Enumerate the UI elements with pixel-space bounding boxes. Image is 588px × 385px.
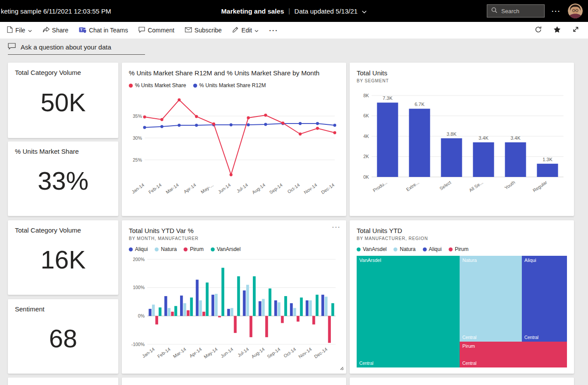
toolbar-more-button[interactable]: ···: [269, 27, 278, 34]
tile-market-share-by-month[interactable]: % Units Market Share R12M and % Units Ma…: [122, 63, 346, 216]
data-updated-label: Data updated 5/13/21: [294, 7, 358, 15]
svg-text:3.8K: 3.8K: [446, 131, 457, 137]
chevron-down-icon[interactable]: [362, 7, 367, 15]
card-title: % Units Market Share: [15, 148, 111, 155]
legend-item: VanArsdel: [211, 246, 241, 252]
card-total-category-volume-2[interactable]: Total Category Volume 16K: [8, 220, 118, 295]
treemap-region-label: Central: [462, 335, 476, 340]
dashboard-title: keting sample 6/11/2021 12:03:55 PM: [1, 7, 111, 15]
svg-text:Aug-14: Aug-14: [251, 182, 266, 195]
svg-text:Select: Select: [439, 180, 452, 191]
subscribe-button[interactable]: Subscribe: [185, 27, 222, 34]
svg-text:4K: 4K: [363, 134, 369, 139]
card-value: 68: [15, 313, 111, 367]
search-icon: [491, 7, 497, 15]
svg-text:Jun-14: Jun-14: [220, 346, 234, 359]
comment-button[interactable]: Comment: [138, 27, 174, 34]
tile-subtitle: BY MONTH, MANUFACTURER: [129, 236, 339, 241]
card-sentiment[interactable]: Sentiment 68: [8, 299, 118, 374]
legend-item: Natura: [393, 246, 415, 252]
card-title: Total Category Volume: [15, 69, 111, 76]
legend: % Units Market Share% Units Market Share…: [129, 82, 339, 88]
svg-text:Regular: Regular: [532, 180, 548, 193]
treemap-node-label: Pirum: [462, 343, 475, 349]
card-value: 33%: [15, 155, 111, 210]
line-chart[interactable]: 25%30%35%Jan-14Feb-14Mar-14Apr-14May-...…: [129, 92, 339, 204]
card-title: Sentiment: [15, 305, 111, 313]
share-icon: [43, 27, 50, 34]
chat-in-teams-button[interactable]: Chat in Teams: [79, 26, 128, 35]
card-total-category-volume[interactable]: Total Category Volume 50K: [8, 63, 118, 138]
treemap-node-label: VanArsdel: [359, 258, 381, 263]
svg-text:Jan-14: Jan-14: [131, 182, 145, 194]
qna-input[interactable]: [20, 43, 145, 51]
edit-label: Edit: [241, 27, 252, 34]
file-icon: [7, 26, 13, 34]
svg-text:May-14: May-14: [203, 346, 219, 360]
svg-text:-100%: -100%: [131, 342, 145, 347]
treemap-chart[interactable]: VanArsdelCentralNaturaCentralAliquiCentr…: [357, 256, 567, 367]
treemap-node-pirum[interactable]: PirumCentral: [460, 342, 567, 367]
chat-in-teams-label: Chat in Teams: [89, 27, 128, 34]
tile-title: % Units Market Share R12M and % Units Ma…: [129, 69, 339, 77]
chevron-down-icon: [28, 27, 32, 34]
treemap-node-label: Aliqui: [524, 258, 536, 263]
subscribe-label: Subscribe: [195, 27, 222, 34]
card-units-market-share[interactable]: % Units Market Share 33%: [8, 141, 118, 216]
treemap-region-label: Central: [359, 361, 373, 366]
treemap-node-aliqui[interactable]: AliquiCentral: [522, 256, 567, 342]
edit-button[interactable]: Edit: [232, 26, 259, 34]
comment-label: Comment: [148, 27, 174, 34]
workspace-switcher[interactable]: Marketing and sales | Data updated 5/13/…: [221, 7, 367, 15]
refresh-icon[interactable]: [535, 26, 542, 35]
legend-dot: [193, 84, 197, 88]
grouped-bar-chart[interactable]: -100%0%100%200%Jan-14Feb-14Mar-14Apr-14M…: [129, 256, 339, 364]
comment-icon: [138, 27, 145, 34]
pencil-icon: [232, 26, 239, 34]
tile-partial[interactable]: [8, 378, 118, 385]
card-value: 50K: [15, 76, 111, 132]
search-input[interactable]: [500, 7, 541, 15]
legend: AliquiNaturaPirumVanArsdel: [129, 246, 339, 252]
treemap-node-vanarsdel[interactable]: VanArsdelCentral: [357, 256, 460, 367]
qna-search-bar[interactable]: [8, 43, 145, 55]
column-chart[interactable]: 0K2K4K6K8K7.3KProdu...6.7KExtre...3.8KSe…: [357, 87, 567, 201]
svg-text:Nov-14: Nov-14: [298, 346, 313, 359]
svg-text:Jun-14: Jun-14: [217, 182, 231, 194]
svg-text:200%: 200%: [133, 257, 145, 262]
user-avatar[interactable]: [568, 4, 583, 18]
resize-handle[interactable]: [340, 364, 344, 372]
search-box[interactable]: [487, 4, 545, 18]
legend-item: Aliqui: [129, 246, 148, 252]
toolbar-right-actions: [535, 26, 581, 35]
teams-icon: [79, 26, 86, 35]
tile-total-units-by-segment[interactable]: Total Units BY SEGMENT 0K2K4K6K8K7.3KPro…: [350, 63, 574, 216]
svg-text:6.7K: 6.7K: [414, 102, 425, 107]
share-button[interactable]: Share: [43, 27, 68, 34]
svg-text:Apr-14: Apr-14: [183, 182, 197, 194]
card-title: Total Category Volume: [15, 226, 111, 234]
tile-menu-button[interactable]: ···: [332, 224, 341, 231]
svg-text:Sep-14: Sep-14: [268, 182, 283, 195]
chat-bubble-icon: [8, 43, 16, 51]
legend-dot: [211, 247, 215, 251]
tile-partial[interactable]: [122, 378, 346, 385]
svg-text:Dec-14: Dec-14: [320, 182, 336, 195]
card-value: 16K: [15, 234, 111, 289]
svg-text:All Se...: All Se...: [468, 180, 484, 193]
tile-partial[interactable]: [350, 378, 574, 385]
top-app-bar: keting sample 6/11/2021 12:03:55 PM Mark…: [0, 0, 588, 22]
treemap-node-label: Natura: [462, 258, 477, 263]
tile-total-units-ytd-var[interactable]: ··· Total Units YTD Var % BY MONTH, MANU…: [122, 220, 346, 374]
legend-item: Aliqui: [423, 246, 442, 252]
svg-text:Jul-14: Jul-14: [237, 346, 250, 358]
more-options-button[interactable]: ···: [552, 7, 561, 15]
tile-total-units-ytd-treemap[interactable]: Total Units YTD BY MANUFACTURER, REGION …: [350, 220, 574, 374]
svg-text:Produ...: Produ...: [372, 180, 388, 193]
svg-text:Youth: Youth: [503, 180, 516, 191]
expand-fullscreen-icon[interactable]: [572, 26, 579, 35]
svg-text:6K: 6K: [363, 113, 369, 118]
treemap-node-natura[interactable]: NaturaCentral: [460, 256, 522, 342]
favorite-star-icon[interactable]: [553, 26, 561, 35]
file-menu-button[interactable]: File: [7, 26, 32, 34]
